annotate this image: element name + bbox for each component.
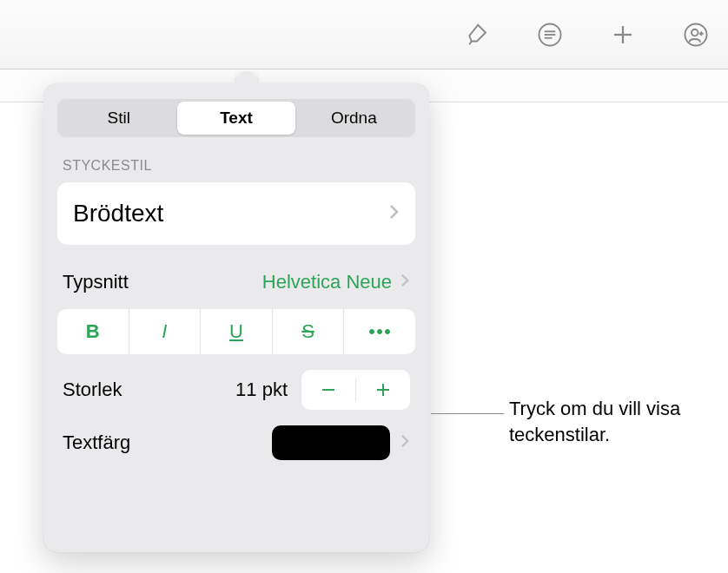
text-color-row[interactable]: Textfärg xyxy=(57,425,415,460)
svg-point-12 xyxy=(386,330,390,334)
underline-icon: U xyxy=(229,320,243,343)
italic-icon: I xyxy=(162,320,167,343)
bold-button[interactable]: B xyxy=(57,309,129,354)
font-label: Typsnitt xyxy=(63,271,262,293)
strikethrough-button[interactable]: S xyxy=(273,309,345,354)
size-decrease-button[interactable] xyxy=(301,370,355,410)
svg-point-11 xyxy=(378,330,382,334)
collaborate-icon[interactable] xyxy=(681,20,711,49)
text-format-buttons: B I U S xyxy=(57,309,415,354)
size-row: Storlek 11 pkt xyxy=(57,370,415,410)
strikethrough-icon: S xyxy=(301,320,314,343)
format-brush-icon[interactable] xyxy=(462,20,492,49)
tab-style[interactable]: Stil xyxy=(60,102,177,135)
font-row[interactable]: Typsnitt Helvetica Neue xyxy=(57,271,415,293)
font-value: Helvetica Neue xyxy=(262,271,392,293)
more-options-button[interactable] xyxy=(344,309,415,354)
size-value: 11 pkt xyxy=(235,379,288,401)
callout-leader-line xyxy=(431,413,504,414)
tab-arrange[interactable]: Ordna xyxy=(295,102,413,135)
bold-icon: B xyxy=(86,320,100,343)
svg-point-10 xyxy=(370,330,374,334)
paragraph-style-heading: STYCKESTIL xyxy=(57,158,415,174)
format-popover: Stil Text Ordna STYCKESTIL Brödtext Typs… xyxy=(43,83,429,552)
ellipsis-icon xyxy=(368,328,391,335)
text-color-label: Textfärg xyxy=(63,431,272,454)
size-label: Storlek xyxy=(63,379,235,401)
size-increase-button[interactable] xyxy=(356,370,410,410)
svg-point-6 xyxy=(685,23,707,45)
format-tabs: Stil Text Ordna xyxy=(57,99,415,137)
chevron-right-icon xyxy=(400,433,410,452)
popover-arrow xyxy=(235,71,259,83)
size-stepper xyxy=(301,370,410,410)
italic-button[interactable]: I xyxy=(129,309,202,354)
callout-text: Tryck om du vill visa teckenstilar. xyxy=(509,396,709,447)
chevron-right-icon xyxy=(389,203,400,224)
add-icon[interactable] xyxy=(608,20,638,49)
tab-text[interactable]: Text xyxy=(177,102,295,135)
insert-list-icon[interactable] xyxy=(535,20,565,49)
paragraph-style-name: Brödtext xyxy=(73,200,163,227)
paragraph-style-selector[interactable]: Brödtext xyxy=(57,182,415,245)
chevron-right-icon xyxy=(400,273,410,292)
svg-point-7 xyxy=(692,29,698,36)
underline-button[interactable]: U xyxy=(201,309,273,354)
text-color-swatch[interactable] xyxy=(272,425,390,460)
app-toolbar xyxy=(0,0,728,69)
